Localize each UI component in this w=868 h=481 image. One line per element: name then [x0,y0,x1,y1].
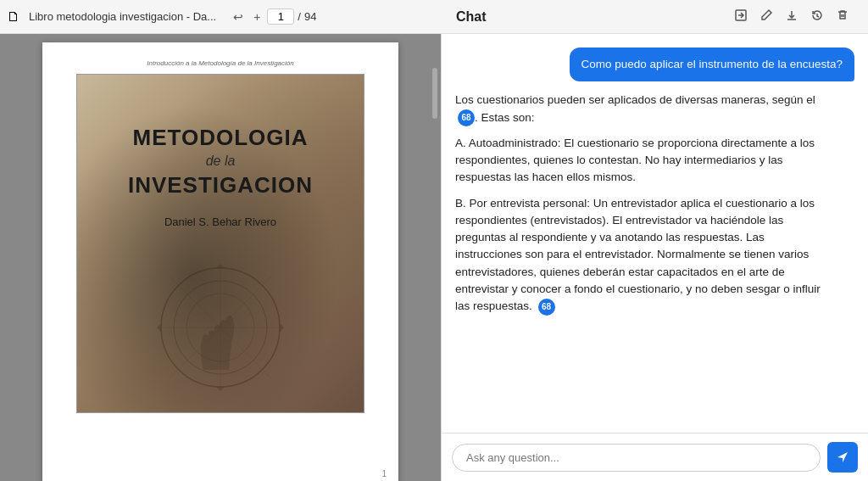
scroll-indicator [432,68,437,119]
chat-toolbar [732,7,851,26]
document-icon: 🗋 [7,9,22,25]
download-button[interactable] [783,7,800,26]
document-title: Libro metodologia investigacion - Da... [29,10,216,23]
title-bar-left: 🗋 Libro metodologia investigacion - Da..… [7,8,446,25]
book-title-main: METODOLOGIA [133,126,309,150]
chat-messages: Como puedo aplicar el instrumento de la … [442,34,868,433]
chat-panel-title: Chat [456,9,487,25]
user-message-text: Como puedo aplicar el instrumento de la … [581,58,843,70]
book-cover: METODOLOGIA de la INVESTIGACION Daniel S… [76,74,364,413]
main-content: Introducción a la Metodología de la Inve… [0,34,868,481]
page-input-wrap: / 94 [267,8,316,25]
message-row-assistant: Los cuestionarios pueden ser aplicados d… [455,92,854,315]
assistant-para-1: Los cuestionarios pueden ser aplicados d… [455,92,822,126]
chat-title-area: Chat [446,7,861,26]
history-button[interactable] [809,7,826,26]
book-title-de: de la [206,154,236,169]
send-button[interactable] [827,442,858,473]
pdf-panel[interactable]: Introducción a la Metodología de la Inve… [0,34,441,481]
assistant-para-2: A. Autoadministrado: El cuestionario se … [455,135,822,187]
assistant-message-bubble: Los cuestionarios pueden ser aplicados d… [455,92,822,315]
book-author: Daniel S. Behar Rivero [164,215,276,228]
title-bar: 🗋 Libro metodologia investigacion - Da..… [0,0,868,34]
nav-controls: ↩ + / 94 [230,8,316,25]
edit-button[interactable] [758,7,775,26]
message-row-user: Como puedo aplicar el instrumento de la … [455,48,854,81]
book-cover-text: METODOLOGIA de la INVESTIGACION Daniel S… [77,75,364,412]
share-button[interactable] [732,7,749,26]
chat-input-area [442,433,868,481]
pdf-subtitle: Introducción a la Metodología de la Inve… [147,59,293,67]
delete-button[interactable] [834,7,851,26]
page-number: 1 [381,469,387,478]
pdf-page: Introducción a la Metodología de la Inve… [42,42,398,481]
assistant-para-3: B. Por entrevista personal: Un entrevist… [455,195,822,316]
total-pages: 94 [304,10,316,23]
page-separator: / [298,10,301,23]
citation-badge-2[interactable]: 68 [538,299,555,316]
book-title-sub: INVESTIGACION [128,172,313,199]
chat-input[interactable] [452,444,821,472]
add-button[interactable]: + [250,8,264,25]
undo-button[interactable]: ↩ [230,8,247,25]
citation-badge-1[interactable]: 68 [458,109,475,126]
user-message-bubble: Como puedo aplicar el instrumento de la … [570,48,854,81]
page-number-input[interactable] [267,8,294,25]
chat-panel: Como puedo aplicar el instrumento de la … [441,34,868,481]
